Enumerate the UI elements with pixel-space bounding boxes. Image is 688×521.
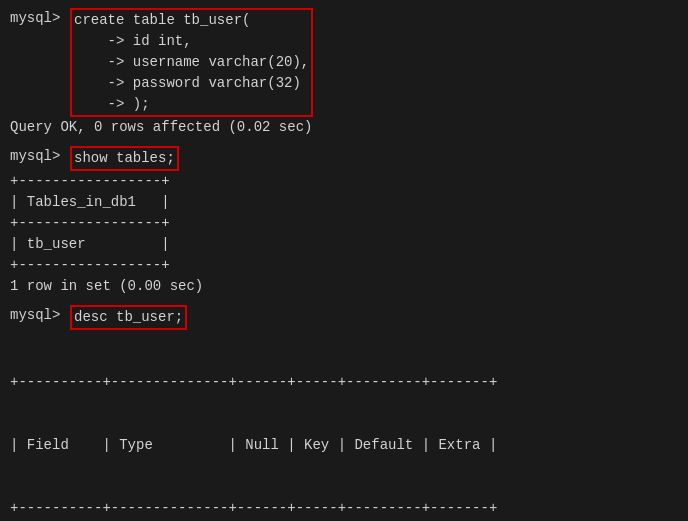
arrow-3: ->: [74, 75, 133, 91]
show-tables-result-line: 1 row in set (0.00 sec): [10, 276, 678, 297]
arrow-1: ->: [74, 33, 133, 49]
border-bot-1: +-----------------+: [10, 255, 678, 276]
create-line3: username varchar(20),: [133, 54, 309, 70]
terminal: mysql> create table tb_user( -> id int, …: [10, 8, 678, 521]
desc-header: | Field | Type | Null | Key | Default | …: [10, 435, 678, 456]
show-tables-line: mysql> show tables;: [10, 146, 678, 171]
arrow-4: ->: [74, 96, 133, 112]
desc-cmd: desc tb_user;: [74, 309, 183, 325]
desc-table-output: +----------+--------------+------+-----+…: [10, 330, 678, 521]
show-tables-highlight: show tables;: [70, 146, 179, 171]
desc-highlight: desc tb_user;: [70, 305, 187, 330]
query-ok-text: Query OK, 0 rows affected (0.02 sec): [10, 117, 312, 138]
mysql-prompt-1: mysql>: [10, 8, 70, 29]
create-table-highlight: create table tb_user( -> id int, -> user…: [70, 8, 313, 117]
arrow-2: ->: [74, 54, 133, 70]
desc-border-mid: +----------+--------------+------+-----+…: [10, 498, 678, 519]
mysql-prompt-2: mysql>: [10, 146, 70, 167]
show-tables-result: 1 row in set (0.00 sec): [10, 276, 203, 297]
desc-line: mysql> desc tb_user;: [10, 305, 678, 330]
create-line1: create table tb_user(: [74, 12, 250, 28]
header-1: | Tables_in_db1 |: [10, 192, 678, 213]
row-1: | tb_user |: [10, 234, 678, 255]
mysql-prompt-3: mysql>: [10, 305, 70, 326]
create-line2: id int,: [133, 33, 192, 49]
show-tables-output: +-----------------+ | Tables_in_db1 | +-…: [10, 171, 678, 276]
create-line5: );: [133, 96, 150, 112]
border-top-1: +-----------------+: [10, 171, 678, 192]
border-mid-1: +-----------------+: [10, 213, 678, 234]
desc-border-top: +----------+--------------+------+-----+…: [10, 372, 678, 393]
show-tables-cmd: show tables;: [74, 150, 175, 166]
create-table-line1: mysql> create table tb_user( -> id int, …: [10, 8, 678, 117]
query-ok-line: Query OK, 0 rows affected (0.02 sec): [10, 117, 678, 138]
create-line4: password varchar(32): [133, 75, 301, 91]
